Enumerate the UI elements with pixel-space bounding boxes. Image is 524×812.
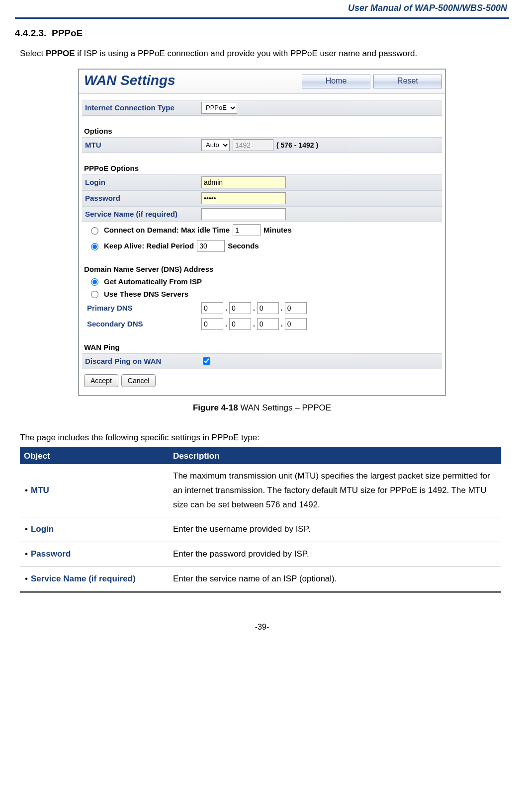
description-cell: Enter the password provided by ISP. xyxy=(169,542,501,567)
table-row: •Login Enter the username provided by IS… xyxy=(20,517,501,542)
description-cell: Enter the username provided by ISP. xyxy=(169,517,501,542)
secondary-dns-oct4[interactable] xyxy=(285,318,307,330)
table-row: •MTU The maximum transmission unit (MTU)… xyxy=(20,464,501,517)
dns-use-radio[interactable] xyxy=(91,291,98,298)
table-header-description: Description xyxy=(169,447,501,464)
caption-rest: WAN Settings – PPPOE xyxy=(238,403,331,412)
discard-ping-checkbox[interactable] xyxy=(203,357,210,365)
intro-post: if ISP is using a PPPoE connection and p… xyxy=(75,49,418,58)
login-label: Login xyxy=(82,178,201,186)
doc-header-title: User Manual of WAP-500N/WBS-500N xyxy=(15,0,509,19)
wan-settings-title: WAN Settings xyxy=(83,72,299,91)
ka-seconds-input[interactable] xyxy=(197,240,225,252)
intro-pre: Select xyxy=(20,49,46,58)
service-name-label: Service Name (if required) xyxy=(82,210,201,218)
object-name: MTU xyxy=(31,486,49,495)
connection-type-select[interactable]: PPPoE xyxy=(201,102,237,114)
reset-button[interactable]: Reset xyxy=(373,75,442,88)
caption-bold: Figure 4-18 xyxy=(193,403,238,412)
dot-icon: . xyxy=(253,304,255,312)
discard-ping-row: Discard Ping on WAN xyxy=(82,353,442,369)
discard-ping-label: Discard Ping on WAN xyxy=(82,357,201,365)
options-heading: Options xyxy=(82,116,442,137)
cod-label-post: Minutes xyxy=(263,226,292,234)
settings-table: Object Description •MTU The maximum tran… xyxy=(20,447,501,593)
mtu-mode-select[interactable]: Auto xyxy=(201,139,230,151)
wan-title-row: WAN Settings Home Reset xyxy=(79,70,445,94)
service-name-row: Service Name (if required) xyxy=(82,206,442,222)
action-row: Accept Cancel xyxy=(82,369,442,390)
accept-button[interactable]: Accept xyxy=(84,374,118,387)
dns-auto-label: Get Automatically From ISP xyxy=(104,277,202,286)
dot-icon: . xyxy=(281,304,283,312)
dns-heading: Domain Name Server (DNS) Address xyxy=(82,254,442,275)
dns-use-row: Use These DNS Servers xyxy=(82,288,442,300)
section-number: 4.4.2.3. xyxy=(15,28,46,38)
object-name: Login xyxy=(31,524,54,534)
mtu-row: MTU Auto ( 576 - 1492 ) xyxy=(82,137,442,153)
cod-minutes-input[interactable] xyxy=(233,224,261,236)
primary-dns-oct2[interactable] xyxy=(229,302,251,314)
primary-dns-oct3[interactable] xyxy=(257,302,279,314)
dot-icon: . xyxy=(281,320,283,328)
mtu-label: MTU xyxy=(82,141,201,149)
object-cell: •MTU xyxy=(20,464,169,517)
table-header-object: Object xyxy=(20,447,169,464)
table-header-row: Object Description xyxy=(20,447,501,464)
home-button[interactable]: Home xyxy=(302,75,370,88)
connection-type-label: Internet Connection Type xyxy=(82,103,201,112)
object-cell: •Service Name (if required) xyxy=(20,567,169,592)
object-cell: •Login xyxy=(20,517,169,542)
section-heading: 4.4.2.3. PPPoE xyxy=(15,28,509,39)
password-label: Password xyxy=(82,194,201,202)
primary-dns-label: Primary DNS xyxy=(87,304,201,312)
secondary-dns-oct3[interactable] xyxy=(257,318,279,330)
password-input[interactable] xyxy=(201,192,286,204)
connect-on-demand-row: Connect on Demand: Max idle Time Minutes xyxy=(82,222,442,238)
dns-auto-row: Get Automatically From ISP xyxy=(82,275,442,288)
secondary-dns-oct1[interactable] xyxy=(201,318,223,330)
dns-use-label: Use These DNS Servers xyxy=(104,290,188,298)
intro-text: Select PPPOE if ISP is using a PPPoE con… xyxy=(20,48,509,60)
figure-caption: Figure 4-18 WAN Settings – PPPOE xyxy=(15,403,509,413)
cancel-button[interactable]: Cancel xyxy=(121,374,156,387)
keep-alive-radio[interactable] xyxy=(91,243,98,250)
pppoe-options-heading: PPPoE Options xyxy=(82,153,442,174)
wan-ping-heading: WAN Ping xyxy=(82,332,442,353)
object-name: Service Name (if required) xyxy=(31,574,136,583)
primary-dns-row: Primary DNS . . . xyxy=(87,300,442,316)
intro-bold: PPPOE xyxy=(46,49,75,58)
secondary-dns-label: Secondary DNS xyxy=(87,320,201,328)
password-row: Password xyxy=(82,190,442,206)
object-cell: •Password xyxy=(20,542,169,567)
dot-icon: . xyxy=(225,304,227,312)
settings-lead-text: The page includes the following specific… xyxy=(20,433,509,443)
primary-dns-oct4[interactable] xyxy=(285,302,307,314)
object-name: Password xyxy=(31,549,71,559)
ka-label-post: Seconds xyxy=(228,242,259,250)
login-row: Login xyxy=(82,174,442,190)
cod-label-pre: Connect on Demand: Max idle Time xyxy=(104,226,230,234)
page-number: -39- xyxy=(15,623,509,632)
description-cell: Enter the service name of an ISP (option… xyxy=(169,567,501,592)
mtu-range-text: ( 576 - 1492 ) xyxy=(276,141,318,149)
service-name-input[interactable] xyxy=(201,208,286,220)
dot-icon: . xyxy=(253,320,255,328)
connection-type-row: Internet Connection Type PPPoE xyxy=(82,100,442,116)
secondary-dns-row: Secondary DNS . . . xyxy=(87,316,442,332)
table-row: •Service Name (if required) Enter the se… xyxy=(20,567,501,592)
dns-auto-radio[interactable] xyxy=(91,278,98,286)
section-title: PPPoE xyxy=(52,28,83,38)
screenshot-panel: WAN Settings Home Reset Internet Connect… xyxy=(78,69,446,396)
dot-icon: . xyxy=(225,320,227,328)
connect-on-demand-radio[interactable] xyxy=(91,227,98,235)
mtu-value-input[interactable] xyxy=(233,139,273,151)
keep-alive-row: Keep Alive: Redial Period Seconds xyxy=(82,238,442,254)
primary-dns-oct1[interactable] xyxy=(201,302,223,314)
secondary-dns-oct2[interactable] xyxy=(229,318,251,330)
ka-label-pre: Keep Alive: Redial Period xyxy=(104,242,194,250)
table-row: •Password Enter the password provided by… xyxy=(20,542,501,567)
login-input[interactable] xyxy=(201,176,286,188)
description-cell: The maximum transmission unit (MTU) spec… xyxy=(169,464,501,517)
